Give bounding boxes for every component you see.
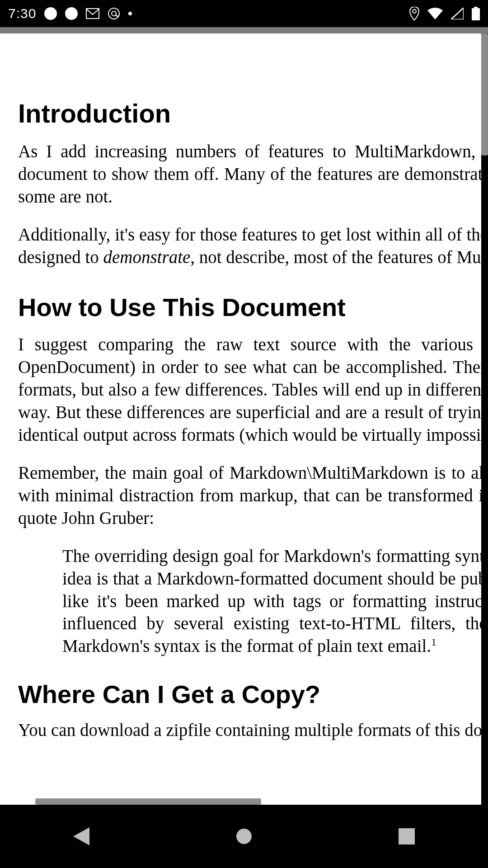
app-chrome-strip — [0, 27, 488, 33]
status-right — [409, 7, 480, 20]
text-emphasis: demonstrate — [103, 247, 190, 267]
heading-introduction: Introduction — [18, 97, 481, 130]
heading-how-to-use: How to Use This Document — [18, 291, 481, 324]
back-button[interactable] — [36, 827, 127, 845]
text: As I add increasing numbers of features … — [18, 142, 481, 184]
svg-point-6 — [236, 829, 252, 844]
footnote-marker[interactable]: 1 — [431, 636, 436, 648]
paragraph: Additionally, it's easy for those featur… — [18, 223, 481, 269]
document-viewport[interactable]: Introduction As I add increasing numbers… — [0, 33, 488, 805]
notification-dot-icon — [44, 7, 57, 20]
svg-rect-4 — [474, 7, 478, 8]
status-left: 7:30 — [8, 6, 132, 21]
document-body: Introduction As I add increasing numbers… — [0, 33, 481, 775]
svg-point-2 — [112, 11, 116, 16]
status-clock: 7:30 — [8, 6, 36, 21]
text: , not describe, most of the features of … — [190, 247, 481, 267]
horizontal-scrollbar[interactable] — [35, 798, 261, 805]
status-bar: 7:30 — [0, 0, 488, 27]
vertical-scrollbar[interactable] — [481, 33, 488, 156]
mail-icon — [86, 8, 99, 19]
paragraph: You can download a zipfile containing mu… — [18, 719, 481, 741]
paragraph: As I add increasing numbers of features … — [18, 140, 481, 208]
heading-where-copy: Where Can I Get a Copy? — [18, 678, 481, 711]
more-notifications-icon — [128, 12, 132, 15]
quote-text: The overriding design goal for Markdown'… — [62, 546, 481, 656]
wifi-icon — [427, 8, 443, 19]
notification-dot-icon — [65, 7, 78, 20]
battery-icon — [472, 7, 480, 20]
document-page: Introduction As I add increasing numbers… — [0, 33, 481, 805]
cell-signal-icon — [451, 8, 464, 19]
blockquote: The overriding design goal for Markdown'… — [62, 545, 481, 658]
paragraph: Remember, the main goal of Markdown\Mult… — [18, 462, 481, 529]
location-icon — [409, 7, 419, 20]
system-navbar — [0, 805, 488, 868]
svg-rect-7 — [399, 828, 415, 844]
svg-rect-5 — [472, 8, 480, 20]
paragraph: I suggest comparing the raw text source … — [18, 333, 481, 446]
svg-point-3 — [413, 9, 416, 13]
home-button[interactable] — [199, 827, 289, 845]
recents-button[interactable] — [361, 828, 452, 844]
svg-point-1 — [108, 8, 119, 19]
at-sign-icon — [108, 7, 120, 20]
